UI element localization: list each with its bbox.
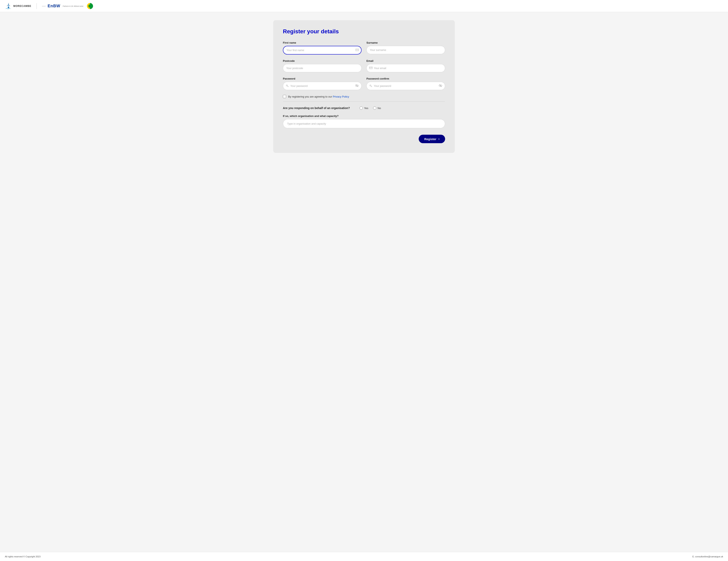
radio-no[interactable]	[373, 106, 376, 110]
first-name-input[interactable]	[283, 46, 362, 54]
svg-line-3	[8, 4, 10, 6]
main-content: Register your details First name	[0, 12, 728, 552]
privacy-label[interactable]: By registering you are agreeing to our P…	[288, 95, 349, 98]
radio-yes-label[interactable]: Yes	[360, 106, 368, 110]
morecambe-logo-icon	[5, 2, 12, 10]
password-group: Password	[283, 77, 362, 90]
organisation-section: If so, which organisation and what capac…	[283, 114, 445, 128]
register-button-row: Register ›	[283, 135, 445, 143]
password-confirm-label: Password confirm	[366, 77, 445, 80]
svg-point-0	[8, 7, 9, 8]
email-input-wrapper	[366, 64, 445, 72]
org-input-label: If so, which organisation and what capac…	[283, 114, 445, 117]
email-group: Email	[366, 59, 445, 72]
email-input[interactable]	[366, 64, 445, 72]
register-button[interactable]: Register ›	[419, 135, 445, 143]
radio-no-label[interactable]: No	[373, 106, 381, 110]
footer-contact: E. consultonline@camargue.uk	[692, 555, 723, 558]
organisation-question-row: Are you responding on behalf of an organ…	[283, 106, 445, 110]
section-divider	[283, 101, 445, 102]
postcode-input[interactable]	[283, 64, 362, 72]
morecambe-logo-text: MORECAMBE	[13, 5, 31, 7]
privacy-policy-link[interactable]: Privacy Policy	[333, 95, 349, 98]
postcode-email-row: Postcode Email	[283, 59, 445, 72]
postcode-label: Postcode	[283, 59, 362, 62]
surname-input[interactable]	[366, 46, 445, 54]
organisation-question-text: Are you responding on behalf of an organ…	[283, 106, 350, 110]
surname-group: Surname	[366, 41, 445, 54]
radio-group: Yes No	[360, 106, 381, 110]
bp-logo	[87, 3, 93, 9]
password-confirm-group: Password confirm	[366, 77, 445, 90]
surname-input-wrapper	[366, 46, 445, 54]
first-name-input-wrapper	[283, 46, 362, 54]
header: MORECAMBE — EnBW Partners in UK offshore…	[0, 0, 728, 12]
organisation-input[interactable]	[283, 119, 445, 128]
morecambe-logo: MORECAMBE	[5, 2, 31, 10]
name-row: First name Surname	[283, 41, 445, 54]
postcode-input-wrapper	[283, 64, 362, 72]
page-title: Register your details	[283, 28, 445, 35]
privacy-checkbox-row: By registering you are agreeing to our P…	[283, 95, 445, 98]
enbw-partner-text: Partners in UK offshore wind	[63, 5, 83, 7]
register-arrow-icon: ›	[438, 137, 439, 141]
first-name-label: First name	[283, 41, 362, 44]
enbw-logo-text: EnBW	[48, 4, 60, 8]
form-card: Register your details First name	[273, 20, 455, 153]
register-button-label: Register	[424, 137, 436, 141]
password-row: Password	[283, 77, 445, 90]
email-label: Email	[366, 59, 445, 62]
radio-yes-text: Yes	[364, 107, 368, 110]
radio-no-text: No	[378, 107, 381, 110]
radio-yes[interactable]	[360, 106, 363, 110]
password-confirm-input-wrapper	[366, 82, 445, 90]
svg-line-2	[7, 4, 8, 6]
password-label: Password	[283, 77, 362, 80]
password-input[interactable]	[283, 82, 362, 90]
footer: All rights reserved © Copyright 2023 E. …	[0, 552, 728, 561]
password-confirm-input[interactable]	[366, 82, 445, 90]
surname-label: Surname	[366, 41, 445, 44]
password-input-wrapper	[283, 82, 362, 90]
enbw-logo: — EnBW Partners in UK offshore wind	[42, 3, 93, 9]
privacy-checkbox[interactable]	[283, 95, 286, 98]
postcode-group: Postcode	[283, 59, 362, 72]
footer-copyright: All rights reserved © Copyright 2023	[5, 555, 41, 558]
first-name-group: First name	[283, 41, 362, 54]
